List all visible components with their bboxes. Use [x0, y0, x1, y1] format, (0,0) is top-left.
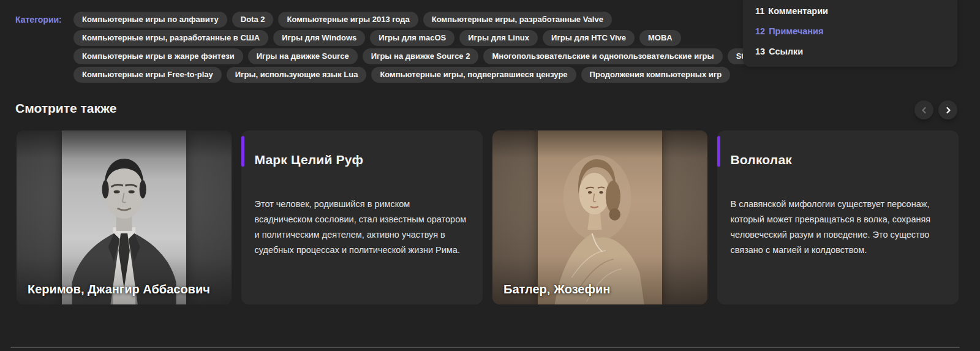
- toc-item-label: Примечания: [769, 21, 823, 42]
- see-also-card-kerimov[interactable]: Керимов, Джангир Аббасович: [17, 130, 232, 304]
- see-also-card-volkolak[interactable]: Волколак В славянской мифологии существу…: [717, 130, 959, 304]
- toc-item-number: 13: [755, 42, 765, 62]
- carousel-nav: [914, 100, 957, 119]
- category-tag[interactable]: Игры для Linux: [459, 30, 538, 46]
- toc-item-links[interactable]: 13 Ссылки: [755, 42, 945, 62]
- card-description: Этот человек, родившийся в римском всадн…: [255, 197, 470, 258]
- category-tag[interactable]: Игры, использующие язык Lua: [227, 67, 367, 83]
- see-also-cards: Керимов, Джангир Аббасович Марк Целий Ру…: [17, 130, 959, 304]
- carousel-next-button[interactable]: [938, 100, 957, 119]
- category-tag[interactable]: Игры для HTC Vive: [543, 30, 635, 46]
- table-of-contents-panel: 11 Комментарии 12 Примечания 13 Ссылки: [743, 0, 957, 67]
- tag-row: Компьютерные игры, разработанные в США И…: [74, 30, 791, 46]
- tag-row: Компьютерные игры по алфавиту Dota 2 Ком…: [74, 12, 791, 28]
- category-tag[interactable]: Продолжения компьютерных игр: [581, 67, 731, 83]
- photo-vignette: [17, 130, 232, 304]
- category-tag[interactable]: Dota 2: [232, 12, 274, 28]
- see-also-heading: Смотрите также: [15, 101, 116, 116]
- toc-item-number: 11: [755, 1, 764, 21]
- card-description: В славянской мифологии существует персон…: [731, 197, 946, 258]
- toc-item-number: 12: [755, 21, 765, 42]
- category-tag[interactable]: Игры на движке Source 2: [363, 48, 479, 64]
- category-tag[interactable]: Компьютерные игры, подвергавшиеся цензур…: [371, 67, 576, 83]
- toc-item-notes[interactable]: 12 Примечания: [755, 21, 945, 42]
- section-divider: [10, 347, 960, 348]
- category-tag[interactable]: Компьютерные игры Free-to-play: [74, 67, 222, 83]
- article-footer-page: Категории: Компьютерные игры по алфавиту…: [0, 0, 980, 351]
- carousel-prev-button[interactable]: [914, 100, 933, 119]
- chevron-right-icon: [944, 107, 952, 114]
- card-title-overlay: Керимов, Джангир Аббасович: [28, 282, 210, 296]
- category-tag[interactable]: Компьютерные игры, разработанные Valve: [423, 12, 612, 28]
- see-also-card-butler[interactable]: Батлер, Жозефин: [492, 130, 707, 304]
- category-tag[interactable]: Игры для macOS: [370, 30, 454, 46]
- category-tag[interactable]: Игры на движке Source: [248, 48, 358, 64]
- tag-row: Компьютерные игры в жанре фэнтези Игры н…: [74, 48, 791, 64]
- photo-vignette: [492, 130, 707, 304]
- card-title: Марк Целий Руф: [255, 153, 470, 167]
- category-tag[interactable]: Компьютерные игры 2013 года: [278, 12, 418, 28]
- see-also-card-mark-tselii-ruf[interactable]: Марк Целий Руф Этот человек, родившийся …: [241, 130, 483, 304]
- category-tag[interactable]: Многопользовательские и однопользователь…: [483, 48, 722, 64]
- category-tag[interactable]: MOBA: [639, 30, 681, 46]
- card-accent-bar: [717, 136, 720, 167]
- chevron-left-icon: [921, 107, 928, 114]
- categories-label: Категории:: [15, 12, 74, 83]
- card-title: Волколак: [731, 153, 946, 167]
- category-tag[interactable]: Компьютерные игры по алфавиту: [74, 12, 227, 28]
- tag-row: Компьютерные игры Free-to-play Игры, исп…: [74, 67, 791, 83]
- category-tag[interactable]: Игры для Windows: [273, 30, 365, 46]
- card-title-overlay: Батлер, Жозефин: [503, 282, 610, 296]
- category-tags: Компьютерные игры по алфавиту Dota 2 Ком…: [74, 12, 791, 83]
- toc-item-label: Комментарии: [768, 1, 828, 21]
- toc-item-comments[interactable]: 11 Комментарии: [755, 1, 945, 21]
- toc-item-label: Ссылки: [769, 42, 803, 62]
- card-accent-bar: [241, 136, 244, 167]
- category-tag[interactable]: Компьютерные игры в жанре фэнтези: [74, 48, 243, 64]
- category-tag[interactable]: Компьютерные игры, разработанные в США: [74, 30, 268, 46]
- categories-section: Категории: Компьютерные игры по алфавиту…: [15, 12, 791, 83]
